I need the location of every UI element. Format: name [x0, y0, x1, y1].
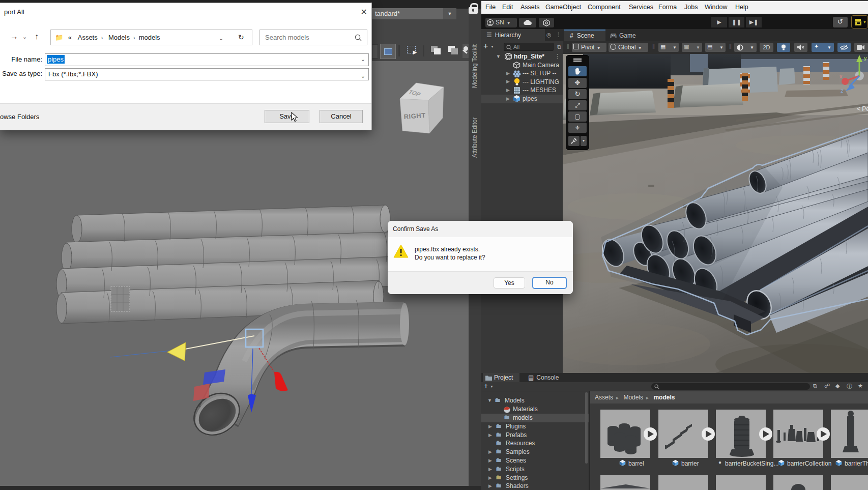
- svg-text:RIGHT: RIGHT: [403, 111, 426, 121]
- svg-text:x: x: [840, 73, 843, 79]
- svg-text:y: y: [864, 55, 867, 61]
- svg-text:< Pe: < Pe: [857, 105, 868, 112]
- svg-text:z: z: [841, 88, 844, 94]
